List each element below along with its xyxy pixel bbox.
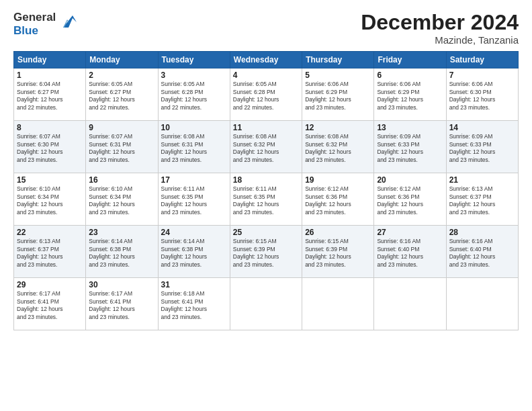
main-title: December 2024	[361, 11, 519, 34]
day-number: 22	[17, 228, 83, 237]
day-detail: Sunrise: 6:12 AMSunset: 6:36 PMDaylight:…	[377, 185, 443, 216]
col-header-friday: Friday	[374, 52, 446, 68]
day-detail: Sunrise: 6:04 AMSunset: 6:27 PMDaylight:…	[17, 81, 83, 111]
day-number: 2	[89, 71, 154, 80]
day-detail: Sunrise: 6:06 AMSunset: 6:29 PMDaylight:…	[377, 81, 443, 111]
day-detail: Sunrise: 6:17 AMSunset: 6:41 PMDaylight:…	[89, 290, 154, 321]
day-cell-11: 11Sunrise: 6:08 AMSunset: 6:32 PMDayligh…	[230, 121, 302, 173]
day-detail: Sunrise: 6:05 AMSunset: 6:28 PMDaylight:…	[233, 81, 299, 111]
week-row-1: 1Sunrise: 6:04 AMSunset: 6:27 PMDaylight…	[14, 68, 519, 121]
day-cell-7: 7Sunrise: 6:06 AMSunset: 6:30 PMDaylight…	[446, 68, 518, 121]
day-number: 29	[17, 280, 83, 289]
day-detail: Sunrise: 6:10 AMSunset: 6:34 PMDaylight:…	[89, 185, 154, 216]
day-number: 31	[161, 280, 227, 289]
day-detail: Sunrise: 6:14 AMSunset: 6:38 PMDaylight:…	[89, 238, 154, 269]
day-number: 14	[449, 123, 515, 132]
day-cell-21: 21Sunrise: 6:13 AMSunset: 6:37 PMDayligh…	[446, 173, 518, 226]
day-number: 17	[161, 175, 227, 185]
logo-general: General	[13, 11, 56, 24]
day-cell-20: 20Sunrise: 6:12 AMSunset: 6:36 PMDayligh…	[374, 173, 446, 226]
week-row-2: 8Sunrise: 6:07 AMSunset: 6:30 PMDaylight…	[14, 121, 519, 173]
col-header-monday: Monday	[86, 52, 158, 68]
logo-icon	[58, 10, 78, 33]
day-cell-31: 31Sunrise: 6:18 AMSunset: 6:41 PMDayligh…	[158, 278, 230, 330]
day-cell-4: 4Sunrise: 6:05 AMSunset: 6:28 PMDaylight…	[230, 68, 302, 121]
day-number: 6	[377, 71, 443, 80]
day-cell-25: 25Sunrise: 6:15 AMSunset: 6:39 PMDayligh…	[230, 226, 302, 278]
day-detail: Sunrise: 6:06 AMSunset: 6:29 PMDaylight:…	[305, 81, 371, 111]
day-number: 20	[377, 175, 443, 185]
day-number: 12	[305, 123, 371, 132]
logo-blue: Blue	[13, 24, 38, 37]
day-cell-28: 28Sunrise: 6:16 AMSunset: 6:40 PMDayligh…	[446, 226, 518, 278]
day-number: 13	[377, 123, 443, 132]
day-detail: Sunrise: 6:06 AMSunset: 6:30 PMDaylight:…	[449, 81, 515, 111]
day-cell-3: 3Sunrise: 6:05 AMSunset: 6:28 PMDaylight…	[158, 68, 230, 121]
day-detail: Sunrise: 6:08 AMSunset: 6:31 PMDaylight:…	[161, 133, 227, 164]
day-detail: Sunrise: 6:15 AMSunset: 6:39 PMDaylight:…	[233, 238, 299, 269]
day-cell-19: 19Sunrise: 6:12 AMSunset: 6:36 PMDayligh…	[302, 173, 374, 226]
day-cell-15: 15Sunrise: 6:10 AMSunset: 6:34 PMDayligh…	[14, 173, 86, 226]
day-detail: Sunrise: 6:15 AMSunset: 6:39 PMDaylight:…	[305, 238, 371, 269]
day-cell-14: 14Sunrise: 6:09 AMSunset: 6:33 PMDayligh…	[446, 121, 518, 173]
calendar-header: SundayMondayTuesdayWednesdayThursdayFrid…	[14, 52, 519, 68]
day-detail: Sunrise: 6:08 AMSunset: 6:32 PMDaylight:…	[233, 133, 299, 164]
day-number: 11	[233, 123, 299, 132]
day-detail: Sunrise: 6:12 AMSunset: 6:36 PMDaylight:…	[305, 185, 371, 216]
empty-cell	[374, 278, 446, 330]
day-number: 8	[17, 123, 83, 132]
day-cell-9: 9Sunrise: 6:07 AMSunset: 6:31 PMDaylight…	[86, 121, 158, 173]
day-cell-1: 1Sunrise: 6:04 AMSunset: 6:27 PMDaylight…	[14, 68, 86, 121]
day-number: 4	[233, 71, 299, 80]
col-header-wednesday: Wednesday	[230, 52, 302, 68]
day-detail: Sunrise: 6:09 AMSunset: 6:33 PMDaylight:…	[449, 133, 515, 164]
day-cell-24: 24Sunrise: 6:14 AMSunset: 6:38 PMDayligh…	[158, 226, 230, 278]
week-row-3: 15Sunrise: 6:10 AMSunset: 6:34 PMDayligh…	[14, 173, 519, 226]
day-number: 16	[89, 175, 154, 185]
day-detail: Sunrise: 6:11 AMSunset: 6:35 PMDaylight:…	[233, 185, 299, 216]
day-cell-27: 27Sunrise: 6:16 AMSunset: 6:40 PMDayligh…	[374, 226, 446, 278]
day-cell-6: 6Sunrise: 6:06 AMSunset: 6:29 PMDaylight…	[374, 68, 446, 121]
day-number: 15	[17, 175, 83, 185]
page: General Blue December 2024 Mazinde, Tanz…	[0, 0, 532, 411]
day-cell-29: 29Sunrise: 6:17 AMSunset: 6:41 PMDayligh…	[14, 278, 86, 330]
header: General Blue December 2024 Mazinde, Tanz…	[13, 11, 519, 46]
calendar-body: 1Sunrise: 6:04 AMSunset: 6:27 PMDaylight…	[14, 68, 519, 330]
day-cell-18: 18Sunrise: 6:11 AMSunset: 6:35 PMDayligh…	[230, 173, 302, 226]
col-header-thursday: Thursday	[302, 52, 374, 68]
day-cell-17: 17Sunrise: 6:11 AMSunset: 6:35 PMDayligh…	[158, 173, 230, 226]
day-cell-16: 16Sunrise: 6:10 AMSunset: 6:34 PMDayligh…	[86, 173, 158, 226]
day-number: 21	[449, 175, 515, 185]
day-detail: Sunrise: 6:18 AMSunset: 6:41 PMDaylight:…	[161, 290, 227, 321]
day-number: 5	[305, 71, 371, 80]
title-block: December 2024 Mazinde, Tanzania	[361, 11, 519, 46]
day-detail: Sunrise: 6:05 AMSunset: 6:27 PMDaylight:…	[89, 81, 154, 111]
day-detail: Sunrise: 6:11 AMSunset: 6:35 PMDaylight:…	[161, 185, 227, 216]
day-number: 30	[89, 280, 154, 289]
day-cell-22: 22Sunrise: 6:13 AMSunset: 6:37 PMDayligh…	[14, 226, 86, 278]
day-detail: Sunrise: 6:09 AMSunset: 6:33 PMDaylight:…	[377, 133, 443, 164]
day-number: 1	[17, 71, 83, 80]
week-row-5: 29Sunrise: 6:17 AMSunset: 6:41 PMDayligh…	[14, 278, 519, 330]
day-detail: Sunrise: 6:14 AMSunset: 6:38 PMDaylight:…	[161, 238, 227, 269]
col-header-tuesday: Tuesday	[158, 52, 230, 68]
day-number: 25	[233, 228, 299, 237]
day-detail: Sunrise: 6:17 AMSunset: 6:41 PMDaylight:…	[17, 290, 83, 321]
empty-cell	[446, 278, 518, 330]
empty-cell	[230, 278, 302, 330]
day-number: 28	[449, 228, 515, 237]
day-cell-26: 26Sunrise: 6:15 AMSunset: 6:39 PMDayligh…	[302, 226, 374, 278]
day-detail: Sunrise: 6:08 AMSunset: 6:32 PMDaylight:…	[305, 133, 371, 164]
day-detail: Sunrise: 6:13 AMSunset: 6:37 PMDaylight:…	[17, 238, 83, 269]
day-detail: Sunrise: 6:16 AMSunset: 6:40 PMDaylight:…	[377, 238, 443, 269]
day-detail: Sunrise: 6:10 AMSunset: 6:34 PMDaylight:…	[17, 185, 83, 216]
day-number: 23	[89, 228, 154, 237]
col-header-sunday: Sunday	[14, 52, 86, 68]
day-number: 26	[305, 228, 371, 237]
logo: General Blue	[13, 11, 78, 37]
day-number: 19	[305, 175, 371, 185]
empty-cell	[302, 278, 374, 330]
week-row-4: 22Sunrise: 6:13 AMSunset: 6:37 PMDayligh…	[14, 226, 519, 278]
day-number: 3	[161, 71, 227, 80]
day-number: 10	[161, 123, 227, 132]
